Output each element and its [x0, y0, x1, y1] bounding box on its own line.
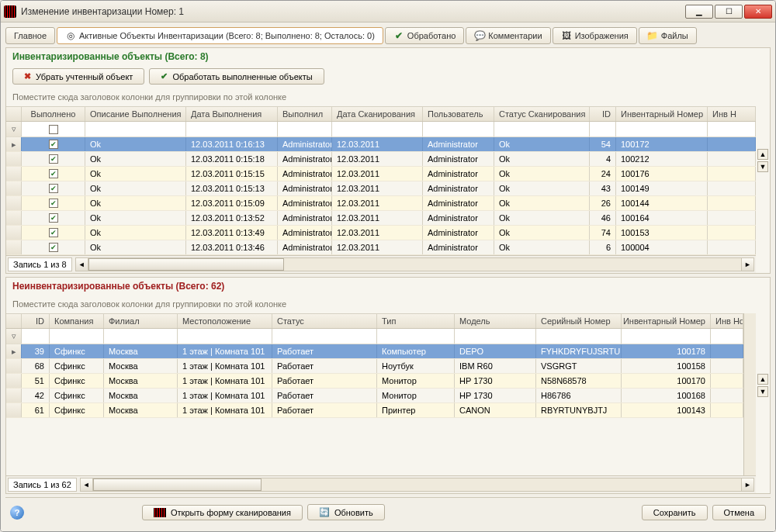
hscroll-top[interactable]: ◄ ► — [75, 257, 754, 271]
col-inv-b[interactable]: Инв Номер Б — [711, 314, 743, 328]
cell-type: Компьютер — [377, 344, 455, 358]
col-desc[interactable]: Описание Выполнения — [85, 107, 186, 121]
done-checkbox[interactable]: ✔ — [49, 213, 58, 223]
process-done-button[interactable]: ✔ Обработать выполненные объекты — [149, 68, 324, 85]
tab-processed[interactable]: ✔ Обработано — [385, 27, 465, 44]
done-checkbox[interactable]: ✔ — [49, 243, 58, 252]
cell-branch: Москва — [104, 389, 178, 402]
collapse-down-icon[interactable]: ▼ — [757, 161, 768, 172]
col-status[interactable]: Статус Сканирования — [494, 107, 590, 121]
collapse-up-icon[interactable]: ▲ — [757, 374, 768, 385]
col-inv[interactable]: Инвентарный Номер — [622, 314, 711, 328]
help-button[interactable]: ? — [10, 506, 24, 520]
scroll-left-icon[interactable]: ◄ — [81, 478, 93, 491]
cell-inv: 100168 — [622, 389, 711, 402]
window-title: Изменение инвентаризации Номер: 1 — [21, 6, 684, 17]
col-date[interactable]: Дата Выполнения — [186, 107, 278, 121]
col-inv2[interactable]: Инв Н — [708, 107, 756, 121]
scroll-right-icon[interactable]: ► — [741, 478, 753, 491]
tab-main[interactable]: Главное — [5, 27, 55, 44]
cell-id: 54 — [590, 137, 616, 151]
cell-who: Administrator — [278, 196, 332, 210]
row-indicator — [6, 167, 22, 181]
table-row[interactable]: ✔Ok12.03.2011 0:15:18Administrator12.03.… — [6, 152, 756, 167]
done-checkbox[interactable]: ✔ — [49, 154, 58, 164]
cell-status: Ok — [494, 211, 590, 225]
col-user[interactable]: Пользователь — [423, 107, 494, 121]
cell-location: 1 этаж | Комната 101 — [178, 374, 272, 388]
cell-user: Administrator — [423, 226, 494, 240]
open-scan-form-button[interactable]: Открыть форму сканирования — [142, 505, 303, 520]
col-id[interactable]: ID — [590, 107, 616, 121]
refresh-button[interactable]: 🔄 Обновить — [307, 504, 385, 520]
filter-checkbox[interactable] — [49, 125, 58, 134]
group-prompt-bottom[interactable]: Поместите сюда заголовок колонки для гру… — [6, 295, 756, 313]
table-row[interactable]: ▸39СфинксМосква1 этаж | Комната 101Работ… — [6, 344, 743, 359]
cell-company: Сфинкс — [50, 374, 104, 388]
cell-inv: 100144 — [616, 196, 708, 210]
filter-icon[interactable]: ▿ — [6, 122, 22, 136]
cell-branch: Москва — [104, 359, 178, 373]
filter-icon[interactable]: ▿ — [6, 329, 22, 344]
cell-company: Сфинкс — [50, 344, 104, 358]
cancel-button[interactable]: Отмена — [712, 505, 766, 520]
cell-status: Ok — [494, 137, 590, 151]
table-row[interactable]: ✔Ok12.03.2011 0:13:49Administrator12.03.… — [6, 226, 756, 240]
collapse-down-icon[interactable]: ▼ — [757, 386, 768, 397]
grid-bottom-filter-row[interactable]: ▿ — [6, 329, 743, 344]
table-row[interactable]: 61СфинксМосква1 этаж | Комната 101Работа… — [6, 403, 743, 418]
collapse-up-icon[interactable]: ▲ — [757, 149, 768, 160]
col-status[interactable]: Статус — [272, 314, 377, 328]
vscroll-bottom[interactable] — [743, 313, 756, 475]
table-row[interactable]: ✔Ok12.03.2011 0:13:52Administrator12.03.… — [6, 211, 756, 226]
folder-icon: 📁 — [647, 30, 658, 41]
maximize-button[interactable]: ☐ — [715, 5, 743, 19]
done-checkbox[interactable]: ✔ — [49, 184, 58, 193]
col-scan[interactable]: Дата Сканирования — [332, 107, 423, 121]
col-id[interactable]: ID — [22, 314, 50, 328]
cell-inv: 100170 — [622, 374, 711, 388]
hscroll-bottom[interactable]: ◄ ► — [80, 478, 754, 492]
save-button[interactable]: Сохранить — [642, 505, 708, 520]
cell-model: DEPO — [455, 344, 536, 358]
tab-comments[interactable]: 💬 Комментарии — [466, 27, 550, 44]
table-row[interactable]: 42СфинксМосква1 этаж | Комната 101Работа… — [6, 389, 743, 403]
remove-object-button[interactable]: ✖ Убрать учтенный объект — [12, 68, 144, 85]
col-model[interactable]: Модель — [455, 314, 536, 328]
grid-top-filter-row[interactable]: ▿ — [6, 122, 756, 137]
col-type[interactable]: Тип — [377, 314, 455, 328]
done-checkbox[interactable]: ✔ — [49, 169, 58, 178]
tab-active-objects[interactable]: ◎ Активные Объекты Инвентаризации (Всего… — [57, 27, 383, 44]
scroll-left-icon[interactable]: ◄ — [76, 258, 88, 271]
done-checkbox[interactable]: ✔ — [49, 140, 58, 149]
col-sn[interactable]: Серийный Номер — [536, 314, 622, 328]
refresh-icon: 🔄 — [319, 507, 330, 517]
tab-files[interactable]: 📁 Файлы — [639, 27, 697, 44]
table-row[interactable]: ✔Ok12.03.2011 0:15:09Administrator12.03.… — [6, 196, 756, 211]
cell-scan: 12.03.2011 — [332, 137, 423, 151]
cell-desc: Ok — [85, 137, 186, 151]
scroll-right-icon[interactable]: ► — [741, 258, 753, 271]
table-row[interactable]: ✔Ok12.03.2011 0:13:46Administrator12.03.… — [6, 240, 756, 255]
table-row[interactable]: ✔Ok12.03.2011 0:15:15Administrator12.03.… — [6, 167, 756, 181]
image-icon: 🖼 — [561, 30, 572, 41]
done-checkbox[interactable]: ✔ — [49, 199, 58, 208]
done-checkbox[interactable]: ✔ — [49, 228, 58, 237]
col-inv[interactable]: Инвентарный Номер — [616, 107, 708, 121]
table-row[interactable]: ▸✔Ok12.03.2011 0:16:13Administrator12.03… — [6, 137, 756, 152]
table-row[interactable]: 68СфинксМосква1 этаж | Комната 101Работа… — [6, 359, 743, 374]
col-company[interactable]: Компания — [50, 314, 104, 328]
cell-type: Монитор — [377, 374, 455, 388]
tab-images[interactable]: 🖼 Изображения — [553, 27, 637, 44]
col-done[interactable]: Выполнено — [22, 107, 85, 121]
minimize-button[interactable]: ▁ — [685, 5, 713, 19]
col-branch[interactable]: Филиал — [104, 314, 178, 328]
cell-scan: 12.03.2011 — [332, 196, 423, 210]
table-row[interactable]: 51СфинксМосква1 этаж | Комната 101Работа… — [6, 374, 743, 389]
col-who[interactable]: Выполнил — [278, 107, 332, 121]
table-row[interactable]: ✔Ok12.03.2011 0:15:13Administrator12.03.… — [6, 181, 756, 196]
row-indicator — [6, 181, 22, 195]
close-button[interactable]: ✕ — [744, 5, 772, 19]
col-location[interactable]: Местоположение — [178, 314, 272, 328]
group-prompt-top[interactable]: Поместите сюда заголовок колонки для гру… — [6, 88, 756, 106]
